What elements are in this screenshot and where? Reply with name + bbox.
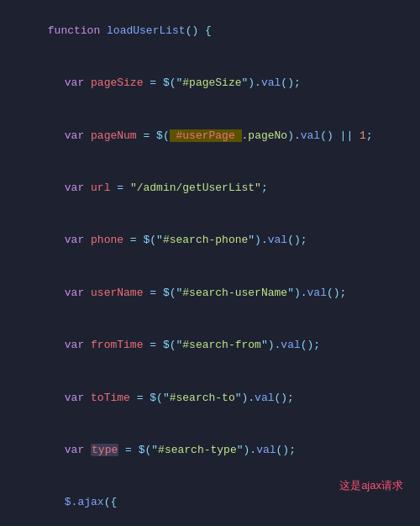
code-line-6: var userName = $("#search-userName").val… xyxy=(0,267,420,319)
code-line-3: var pageNum = $( #userPage .pageNo).val(… xyxy=(0,110,420,162)
code-line-7: var fromTime = $("#search-from").val(); xyxy=(0,319,420,371)
keyword: function xyxy=(48,24,100,37)
code-line-8: var toTime = $("#search-to").val(); xyxy=(0,372,420,424)
type-highlighted: type xyxy=(91,444,118,456)
function-name: loadUserList xyxy=(107,24,186,37)
ajax-annotation: 这是ajax请求 xyxy=(339,477,403,495)
code-editor: function loadUserList() { var pageSize =… xyxy=(0,0,420,526)
code-line-10: $.ajax({ 这是ajax请求 xyxy=(0,477,420,526)
code-line-2: var pageSize = $("#pageSize").val(); xyxy=(0,57,420,109)
code-line-9: var type = $("#search-type").val(); xyxy=(0,424,420,476)
code-line-1: function loadUserList() { xyxy=(0,5,420,57)
code-line-4: var url = "/admin/getUserList"; xyxy=(0,162,420,214)
code-line-5: var phone = $("#search-phone").val(); xyxy=(0,215,420,267)
